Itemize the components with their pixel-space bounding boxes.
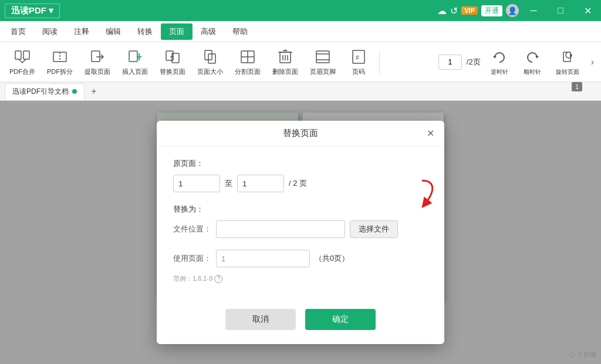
close-button[interactable]: ✕ [574,0,601,21]
content-area: 你好，欢迎使用迅读PDF ■Word一键转换 图片 [0,101,601,364]
toolbar-extract[interactable]: 提取页面 [80,46,115,79]
replace-with-label: 替换为： [173,204,428,215]
file-path-input[interactable] [216,220,345,238]
extract-icon [88,48,107,66]
tab-bar: 迅读PDF引导文档 + 1 [0,82,601,101]
file-position-label: 文件位置： [173,224,211,234]
hint-row: 范例：1,6,1-9 ? [173,274,222,283]
toolbar-insert-label: 插入页面 [122,67,148,76]
user-avatar[interactable]: 👤 [506,4,519,17]
tab-document[interactable]: 迅读PDF引导文档 [5,83,85,100]
vip-badge: VIP [461,6,478,15]
tab-modified-dot [72,89,77,94]
tab-label: 迅读PDF引导文档 [12,87,69,97]
toolbar-rotate-left[interactable]: 逆时针 [485,46,514,79]
dialog-close-button[interactable]: ✕ [423,127,437,141]
svg-rect-1 [23,51,29,59]
toolbar-rotate-right[interactable]: 顺时针 [518,46,546,79]
dialog-title: 替换页面 [283,128,318,139]
toolbar-insert[interactable]: 插入页面 [117,46,153,79]
select-file-button[interactable]: 选择文件 [350,220,398,238]
cloud-icon: ☁ [437,5,447,16]
menu-read[interactable]: 阅读 [34,23,66,40]
toolbar-extract-label: 提取页面 [85,67,110,76]
menu-advanced[interactable]: 高级 [193,23,224,40]
toolbar-header[interactable]: 页眉页脚 [305,46,340,79]
svg-rect-27 [563,52,570,62]
cancel-button[interactable]: 取消 [225,309,296,330]
toolbar-more[interactable]: › [589,57,596,67]
toolbar-pagenum[interactable]: # 页码 [343,46,374,79]
insert-icon [126,48,144,66]
page-total: /2页 [467,57,481,67]
dialog-footer: 取消 确定 [157,309,444,344]
toolbar-merge-label: PDF合并 [9,67,35,76]
page-badge: 1 [572,82,582,91]
hint-text: 范例：1,6,1-9 [173,274,212,283]
toolbar-divide[interactable]: 分割页面 [230,46,265,79]
delete-icon [276,48,295,66]
svg-rect-0 [15,51,21,59]
tab-add-button[interactable]: + [87,84,101,98]
use-page-label: 使用页面： [173,253,211,264]
merge-icon [13,48,32,66]
toolbar-sep1 [379,50,380,74]
menu-annotate[interactable]: 注释 [66,23,97,40]
file-position-row: 文件位置： 选择文件 [173,220,428,238]
page-to-input[interactable] [237,175,284,192]
refresh-icon[interactable]: ↺ [450,5,458,16]
page-from-input[interactable] [173,175,220,192]
total-use-pages-text: （共0页） [315,253,349,264]
red-arrow-icon [404,178,440,213]
svg-rect-6 [129,51,137,62]
pagenum-icon: # [349,48,368,66]
toolbar-right: /2页 逆时针 顺时针 [438,46,596,79]
menu-convert[interactable]: 转换 [129,23,161,40]
open-vip-button[interactable]: 开通 [481,5,502,16]
toolbar: PDF合并 PDF拆分 提取页面 [0,42,601,82]
menu-page[interactable]: 页面 [161,23,193,40]
total-pages-text: / 2 页 [289,178,307,189]
rotate-page-label: 旋转页面 [556,68,579,76]
replace-icon [163,48,182,66]
menu-help[interactable]: 帮助 [224,23,256,40]
dialog-header: 替换页面 ✕ [157,121,444,147]
toolbar-merge[interactable]: PDF合并 [5,46,40,79]
toolbar-divide-label: 分割页面 [235,67,261,76]
menu-bar: 首页 阅读 注释 编辑 转换 页面 高级 帮助 [0,21,601,42]
toolbar-delete-label: 删除页面 [272,67,298,76]
app-logo[interactable]: 迅读PDF ▾ [5,4,60,18]
minimize-button[interactable]: ─ [520,0,547,21]
rotate-right-label: 顺时针 [524,68,541,76]
toolbar-pagesize-label: 页面大小 [197,67,223,76]
hint-icon[interactable]: ? [214,275,222,283]
separator-text: 至 [225,178,232,189]
rotate-left-label: 逆时针 [491,68,508,76]
confirm-button[interactable]: 确定 [305,309,376,330]
use-page-row: 使用页面： （共0页） 范例：1,6,1-9 ? [173,250,428,283]
title-bar-right: ☁ ↺ VIP 开通 👤 [437,0,519,21]
split-icon [50,48,69,66]
toolbar-split[interactable]: PDF拆分 [42,46,77,79]
toolbar-replace[interactable]: 替换页面 [155,46,190,79]
use-page-input[interactable] [216,250,310,267]
maximize-button[interactable]: □ [547,0,574,21]
toolbar-delete[interactable]: 删除页面 [268,46,303,79]
svg-rect-4 [92,51,100,62]
menu-home[interactable]: 首页 [2,23,34,40]
divide-icon [238,48,257,66]
header-icon [313,48,332,66]
menu-edit[interactable]: 编辑 [97,23,129,40]
window-controls: ─ □ ✕ [520,0,601,21]
svg-text:#: # [356,55,359,61]
page-number-input[interactable] [438,55,462,70]
toolbar-pagesize[interactable]: 页面大小 [193,46,228,79]
toolbar-split-label: PDF拆分 [47,67,73,76]
replace-page-dialog: 替换页面 ✕ 原页面： 至 / 2 页 [157,121,444,344]
original-page-row: 至 / 2 页 [173,175,428,192]
toolbar-header-label: 页眉页脚 [310,67,336,76]
rotate-page-icon [558,48,577,67]
pagesize-icon [201,48,220,66]
rotate-right-icon [523,48,542,67]
toolbar-rotate-page[interactable]: 旋转页面 [551,46,584,79]
